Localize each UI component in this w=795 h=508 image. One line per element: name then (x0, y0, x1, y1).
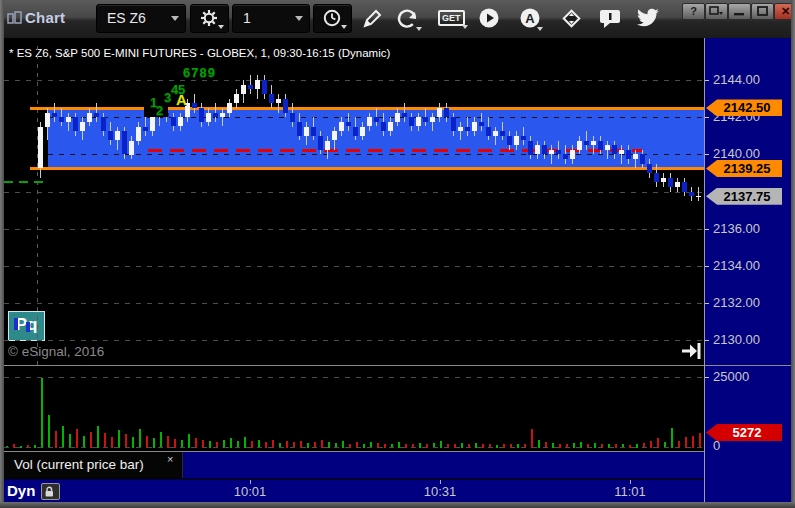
h-gridline (4, 340, 704, 341)
candle-wick (607, 141, 608, 160)
volume-bar (48, 415, 50, 448)
symbol-settings-button[interactable] (190, 4, 229, 33)
ticket-icon (560, 7, 584, 31)
h-gridline (4, 80, 704, 81)
candle-body (647, 164, 652, 173)
wave-count-annotation: 6789 (183, 65, 216, 80)
reload-chart-button[interactable] (396, 7, 420, 31)
price-axis-label: 2132.00 (713, 295, 760, 310)
price-axis-tick (705, 229, 709, 230)
window-restore-icon (709, 6, 724, 17)
time-template-button[interactable] (313, 4, 352, 33)
volume-bar (69, 434, 71, 448)
chat-button[interactable] (598, 7, 622, 31)
price-axis-label: 2136.00 (713, 221, 760, 236)
pane-divider[interactable] (4, 365, 795, 366)
esignal-watermark: © eSignal, 2016 (8, 344, 104, 359)
candle-body (52, 113, 57, 118)
restore-panel-button[interactable] (705, 3, 728, 20)
price-axis-tick (705, 154, 709, 155)
play-icon (478, 7, 502, 31)
red-dashed-line (148, 149, 642, 152)
candle-body (178, 117, 183, 126)
go-to-latest-bar-icon[interactable] (680, 340, 702, 362)
time-axis-label: 10:31 (415, 484, 465, 499)
candle-body (577, 141, 582, 150)
get-data-button[interactable]: GET (438, 7, 470, 31)
auto-trade-button[interactable]: A (519, 7, 543, 31)
candle-body (346, 122, 351, 127)
chart-header: * ES Z6, S&P 500 E-MINI FUTURES - GLOBEX… (9, 47, 390, 59)
letter-annotation: A (176, 91, 187, 108)
volume-baseline (4, 447, 704, 448)
candle-body (493, 131, 498, 136)
candle-body (472, 122, 477, 131)
candle-body (591, 141, 596, 146)
minimize-button[interactable] (728, 3, 751, 20)
h-gridline (4, 192, 704, 193)
close-study-icon[interactable]: × (167, 453, 173, 465)
volume-bar (41, 378, 43, 448)
candle-body (94, 113, 99, 118)
volume-pane[interactable] (4, 366, 704, 451)
candle-body (262, 80, 267, 94)
pq-logo: Pq (8, 311, 45, 341)
volume-bar (125, 434, 127, 448)
toolbar: Chart ES Z6 1 (0, 0, 795, 39)
price-badge: 2137.75 (706, 188, 782, 205)
price-axis-label: 2134.00 (713, 258, 760, 273)
candle-body (612, 145, 617, 154)
chart-panes-icon (7, 11, 23, 25)
pencil-icon (360, 7, 384, 31)
chevron-down-icon (462, 25, 468, 29)
candle-body (689, 192, 694, 197)
interval-value: 1 (243, 10, 251, 26)
candle-body (59, 117, 64, 122)
volume-bar (188, 434, 190, 448)
candle-body (290, 113, 295, 122)
replay-button[interactable] (478, 7, 502, 31)
price-badge: 2139.25 (706, 160, 782, 177)
candle-wick (635, 150, 636, 169)
candle-wick (68, 113, 69, 132)
help-button[interactable]: ? (682, 3, 705, 20)
price-axis[interactable]: 2144.002142.002140.002136.002134.002132.… (705, 38, 791, 502)
candle-body (451, 117, 456, 131)
share-button[interactable] (635, 7, 659, 31)
interval-dropdown[interactable]: 1 (232, 4, 310, 33)
pq-logo-bar (26, 322, 30, 332)
candle-body (171, 117, 176, 126)
candle-body (619, 150, 624, 155)
price-axis-label: 2140.00 (713, 146, 760, 161)
price-axis-label: 2130.00 (713, 332, 760, 347)
symbol-dropdown[interactable]: ES Z6 (96, 4, 186, 33)
candle-body (283, 99, 288, 113)
h-gridline (48, 154, 704, 155)
dynamic-mode-label[interactable]: Dyn (7, 482, 35, 499)
lock-button[interactable] (41, 483, 60, 500)
get-data-icon: GET (438, 10, 465, 26)
candle-body (458, 127, 463, 132)
time-axis[interactable]: Dyn 10:0110:3111:01 (4, 479, 704, 503)
volume-bar (699, 433, 701, 448)
comment-icon (598, 7, 624, 31)
candle-body (416, 117, 421, 126)
candle-body (122, 131, 127, 154)
candle-body (500, 131, 505, 136)
candle-body (535, 145, 540, 154)
candle-body (430, 117, 435, 122)
volume-study-tab[interactable]: Vol (current price bar) × (4, 452, 183, 478)
candle-body (682, 182, 687, 191)
window-title: Chart (25, 9, 65, 26)
price-chart-pane[interactable]: * ES Z6, S&P 500 E-MINI FUTURES - GLOBEX… (4, 38, 704, 365)
candle-body (360, 127, 365, 136)
draw-tool-button[interactable] (360, 7, 384, 31)
candle-body (276, 99, 281, 104)
maximize-button[interactable] (751, 3, 774, 20)
order-ticket-button[interactable] (560, 7, 584, 31)
candle-body (234, 94, 239, 103)
candle-body (598, 141, 603, 150)
candle-body (549, 150, 554, 155)
candle-body (514, 136, 519, 145)
candle-body (605, 145, 610, 150)
